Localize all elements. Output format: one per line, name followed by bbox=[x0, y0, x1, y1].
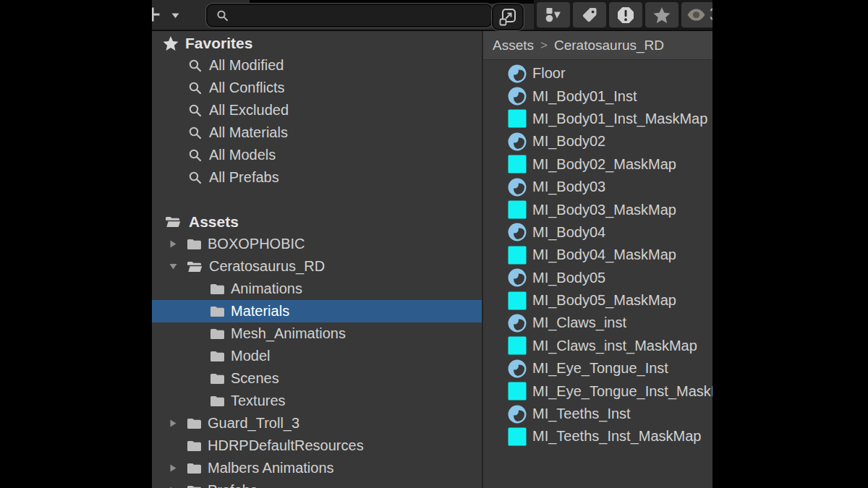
material-sphere-icon bbox=[508, 405, 527, 424]
add-asset-dropdown[interactable] bbox=[171, 12, 180, 19]
plus-icon bbox=[152, 5, 162, 24]
file-item-mi-body03-maskmap[interactable]: MI_Body03_MaskMap bbox=[483, 198, 712, 221]
file-item-mi-body04[interactable]: MI_Body04 bbox=[483, 221, 712, 244]
tree-item-malbers-animations[interactable]: Malbers Animations bbox=[152, 457, 482, 479]
tree-item-label: Ceratosaurus_RD bbox=[209, 258, 325, 275]
favorites-item-all-conflicts[interactable]: All Conflicts bbox=[152, 77, 482, 99]
material-sphere-icon bbox=[508, 223, 527, 241]
breadcrumb-segment-folder[interactable]: Ceratosaurus_RD bbox=[554, 38, 664, 53]
breadcrumb-segment-assets[interactable]: Assets bbox=[493, 38, 534, 53]
file-item-mi-body05[interactable]: MI_Body05 bbox=[483, 267, 712, 289]
file-item-mi-eye-tongue-inst-maskmap[interactable]: MI_Eye_Tongue_Inst_MaskMap bbox=[483, 380, 712, 402]
project-toolbar: 36 bbox=[152, 0, 712, 31]
filter-by-label-button[interactable] bbox=[573, 2, 606, 27]
tree-item-animations[interactable]: Animations bbox=[152, 278, 482, 300]
file-item-mi-body02[interactable]: MI_Body02 bbox=[483, 130, 712, 153]
file-item-mi-eye-tongue-inst[interactable]: MI_Eye_Tongue_Inst bbox=[483, 357, 712, 380]
file-item-label: MI_Claws_inst_MaskMap bbox=[532, 338, 697, 354]
section-gap bbox=[152, 189, 482, 210]
tree-item-guard-troll-3[interactable]: Guard_Troll_3 bbox=[152, 412, 482, 435]
favorites-item-label: All Conflicts bbox=[209, 80, 284, 96]
search-icon bbox=[188, 103, 202, 117]
favorites-item-all-excluded[interactable]: All Excluded bbox=[152, 99, 482, 121]
file-item-floor[interactable]: Floor bbox=[483, 62, 712, 85]
file-item-label: MI_Body05 bbox=[532, 270, 605, 286]
save-search-button[interactable] bbox=[645, 2, 678, 27]
favorites-item-all-models[interactable]: All Models bbox=[152, 144, 482, 166]
search-input[interactable] bbox=[234, 7, 454, 24]
file-item-mi-teeths-inst-maskmap[interactable]: MI_Teeths_Inst_MaskMap bbox=[483, 425, 712, 448]
tree-item-prefabs[interactable]: Prefabs bbox=[152, 479, 482, 488]
favorites-header[interactable]: Favorites bbox=[152, 32, 482, 54]
folder-icon bbox=[210, 350, 225, 362]
texture-swatch-icon bbox=[508, 336, 527, 355]
tree-item-boxophobic[interactable]: BOXOPHOBIC bbox=[152, 233, 482, 255]
add-asset-button[interactable] bbox=[152, 5, 162, 24]
breadcrumb-separator-icon: > bbox=[540, 38, 548, 53]
file-item-label: MI_Body04 bbox=[532, 224, 605, 241]
file-item-mi-body01-inst[interactable]: MI_Body01_Inst bbox=[483, 85, 712, 107]
material-sphere-icon bbox=[508, 132, 527, 151]
file-item-label: MI_Body01_Inst_MaskMap bbox=[532, 111, 707, 127]
favorites-item-label: All Models bbox=[209, 147, 276, 163]
file-item-label: MI_Body02_MaskMap bbox=[532, 156, 676, 173]
material-sphere-icon bbox=[508, 87, 527, 106]
favorites-item-all-prefabs[interactable]: All Prefabs bbox=[152, 166, 482, 189]
material-sphere-icon bbox=[508, 314, 527, 333]
tree-item-scenes[interactable]: Scenes bbox=[152, 367, 482, 390]
file-item-label: MI_Body03 bbox=[532, 179, 605, 195]
file-item-label: MI_Eye_Tongue_Inst bbox=[532, 360, 668, 377]
file-item-mi-claws-inst[interactable]: MI_Claws_inst bbox=[483, 312, 712, 334]
file-item-mi-teeths-inst[interactable]: MI_Teeths_Inst bbox=[483, 403, 712, 425]
file-item-mi-claws-inst-maskmap[interactable]: MI_Claws_inst_MaskMap bbox=[483, 335, 712, 357]
folder-icon bbox=[187, 440, 202, 452]
tree-item-label: Mesh_Animations bbox=[231, 325, 346, 342]
file-item-label: MI_Body02 bbox=[532, 133, 605, 150]
file-item-mi-body04-maskmap[interactable]: MI_Body04_MaskMap bbox=[483, 244, 712, 266]
tree-item-ceratosaurus-rd[interactable]: Ceratosaurus_RD bbox=[152, 255, 482, 278]
file-item-label: MI_Teeths_Inst bbox=[532, 406, 631, 422]
favorites-header-label: Favorites bbox=[185, 35, 252, 52]
tree-item-label: Guard_Troll_3 bbox=[208, 415, 299, 432]
folder-icon bbox=[210, 328, 225, 340]
tree-item-model[interactable]: Model bbox=[152, 345, 482, 367]
expand-toggle[interactable] bbox=[171, 419, 181, 428]
folder-icon bbox=[210, 372, 225, 385]
tree-item-label: Model bbox=[231, 348, 270, 364]
chevron-right-icon bbox=[169, 463, 177, 473]
asset-list-panel: Assets > Ceratosaurus_RD FloorMI_Body01_… bbox=[483, 31, 712, 488]
folder-icon bbox=[187, 238, 202, 250]
search-icon bbox=[188, 126, 202, 140]
search-field[interactable] bbox=[206, 4, 493, 27]
project-tree-panel: Favorites All ModifiedAll ConflictsAll E… bbox=[152, 31, 482, 488]
file-item-label: MI_Body01_Inst bbox=[532, 88, 637, 105]
filter-by-type-button[interactable] bbox=[537, 2, 570, 27]
file-item-mi-body03[interactable]: MI_Body03 bbox=[483, 176, 712, 198]
expand-toggle[interactable] bbox=[171, 463, 181, 473]
tree-item-label: Textures bbox=[231, 393, 286, 409]
texture-swatch-icon bbox=[508, 155, 527, 174]
favorites-item-all-materials[interactable]: All Materials bbox=[152, 121, 482, 144]
material-sphere-icon bbox=[508, 64, 527, 83]
import-log-button[interactable] bbox=[609, 2, 642, 27]
search-icon bbox=[188, 81, 202, 95]
expand-toggle[interactable] bbox=[171, 239, 181, 249]
tree-item-assets[interactable]: Assets bbox=[152, 210, 482, 233]
material-sphere-icon bbox=[508, 178, 527, 197]
label-tag-icon bbox=[580, 6, 599, 25]
tree-item-materials[interactable]: Materials bbox=[152, 300, 482, 322]
expand-toggle[interactable] bbox=[171, 262, 181, 270]
file-item-mi-body01-inst-maskmap[interactable]: MI_Body01_Inst_MaskMap bbox=[483, 108, 712, 130]
favorites-item-all-modified[interactable]: All Modified bbox=[152, 54, 482, 77]
file-item-mi-body02-maskmap[interactable]: MI_Body02_MaskMap bbox=[483, 153, 712, 176]
tree-item-textures[interactable]: Textures bbox=[152, 390, 482, 412]
open-in-search-button[interactable] bbox=[492, 4, 524, 30]
visibility-button[interactable]: 36 bbox=[681, 2, 712, 27]
file-item-mi-body05-maskmap[interactable]: MI_Body05_MaskMap bbox=[483, 289, 712, 312]
star-icon bbox=[162, 35, 179, 52]
search-icon bbox=[216, 9, 229, 22]
file-item-label: MI_Body04_MaskMap bbox=[532, 247, 676, 263]
tree-item-mesh-animations[interactable]: Mesh_Animations bbox=[152, 322, 482, 345]
tree-item-hdrpdefaultresources[interactable]: HDRPDefaultResources bbox=[152, 435, 482, 457]
unity-project-window: 36 Favorites All ModifiedAll ConflictsAl… bbox=[152, 0, 712, 488]
